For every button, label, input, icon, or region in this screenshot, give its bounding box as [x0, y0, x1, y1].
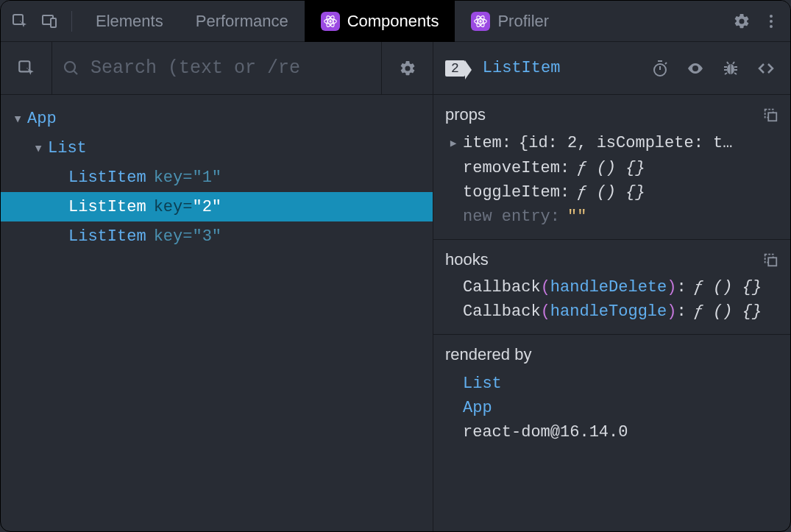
react-icon [471, 12, 490, 31]
svg-point-11 [770, 15, 773, 18]
chevron-down-icon: ▾ [32, 138, 45, 158]
hook-name: Callback [463, 302, 541, 321]
chevron-down-icon: ▾ [11, 109, 24, 129]
chevron-right-icon: ▸ [447, 133, 460, 153]
copy-icon[interactable] [762, 252, 778, 268]
device-toggle-icon[interactable] [35, 1, 64, 42]
key-label: key [154, 169, 183, 187]
key-value: "2" [192, 198, 221, 216]
prop-row-new-entry[interactable]: new entry: "" [433, 205, 790, 229]
tab-performance[interactable]: Performance [180, 1, 305, 42]
prop-key: removeItem [463, 159, 560, 177]
inspector-header: 2 ListItem [433, 42, 790, 95]
svg-rect-24 [768, 113, 776, 121]
divider [71, 11, 72, 32]
section-title: hooks [445, 250, 489, 269]
tab-label: Performance [196, 12, 288, 31]
tree-node-app[interactable]: ▾ App [1, 104, 433, 133]
component-name: App [27, 110, 57, 128]
tree-node-listitem[interactable]: ListItem key="2" [1, 192, 433, 221]
hook-value: ƒ () {} [694, 302, 762, 321]
tab-components[interactable]: Components [305, 1, 455, 42]
tree-node-listitem[interactable]: ListItem key="1" [1, 163, 433, 192]
rendered-by-runtime: react-dom@16.14.0 [463, 420, 778, 444]
prop-value: {id: 2, isComplete: t… [519, 134, 732, 152]
prop-row[interactable]: ▸ item: {id: 2, isComplete: t… [433, 130, 790, 156]
kebab-menu-icon[interactable] [756, 1, 786, 42]
component-name: ListItem [68, 169, 146, 187]
component-name: List [48, 139, 87, 157]
svg-rect-0 [13, 15, 23, 24]
rendered-by-link[interactable]: App [463, 396, 778, 420]
prop-key: item [463, 134, 502, 152]
key-value: "3" [192, 227, 221, 246]
prop-key: toggleItem [463, 183, 560, 202]
copy-icon[interactable] [762, 107, 778, 123]
tab-label: Components [347, 12, 439, 31]
svg-point-7 [480, 20, 482, 22]
svg-point-15 [65, 62, 75, 72]
react-icon [321, 12, 340, 31]
svg-rect-14 [19, 61, 29, 71]
source-icon[interactable] [753, 60, 778, 77]
tab-elements[interactable]: Elements [79, 1, 180, 42]
props-section: props ▸ item: {id: 2, isComplete: t… rem… [433, 95, 790, 240]
svg-line-16 [74, 71, 77, 74]
pick-component-icon[interactable] [1, 42, 52, 94]
svg-rect-2 [51, 18, 56, 27]
hook-arg: handleDelete [550, 278, 667, 297]
component-tree: ▾ App ▾ List ListItem key="1" ListItem k… [1, 95, 433, 251]
settings-icon[interactable] [727, 1, 756, 42]
devtools-tabstrip: Elements Performance Components [1, 1, 790, 42]
inspector-panel: 2 ListItem [433, 42, 790, 531]
prop-row[interactable]: removeItem: ƒ () {} [433, 156, 790, 180]
prop-row[interactable]: toggleItem: ƒ () {} [433, 180, 790, 205]
tab-label: Elements [96, 12, 163, 31]
hook-arg: handleToggle [550, 302, 667, 321]
tab-profiler[interactable]: Profiler [455, 1, 565, 42]
prop-value: ƒ () {} [577, 183, 645, 202]
svg-point-3 [329, 20, 331, 22]
tree-settings-icon[interactable] [381, 42, 433, 94]
depth-badge: 2 [445, 60, 465, 77]
svg-point-13 [770, 25, 773, 28]
bug-icon[interactable] [718, 60, 743, 77]
svg-rect-26 [768, 258, 776, 266]
search-icon [63, 60, 80, 77]
inspect-element-icon[interactable] [5, 1, 35, 42]
component-name: ListItem [68, 227, 146, 246]
tab-label: Profiler [497, 12, 549, 31]
prop-value: ƒ () {} [577, 159, 645, 177]
hook-name: Callback [463, 278, 541, 297]
hooks-section: hooks Callback(handleDelete): ƒ () {} Ca… [433, 240, 790, 335]
tree-toolbar [1, 42, 433, 95]
hook-row[interactable]: Callback(handleDelete): ƒ () {} [433, 275, 790, 299]
stopwatch-icon[interactable] [648, 60, 673, 77]
tree-node-listitem[interactable]: ListItem key="3" [1, 221, 433, 251]
eye-icon[interactable] [683, 60, 708, 77]
inspected-component-name: ListItem [483, 59, 561, 77]
svg-point-12 [770, 20, 773, 23]
key-label: key [154, 227, 183, 246]
tree-node-list[interactable]: ▾ List [1, 133, 433, 163]
rendered-by-link[interactable]: List [463, 372, 778, 396]
section-title: rendered by [445, 345, 531, 364]
prop-value: "" [567, 208, 586, 226]
hook-row[interactable]: Callback(handleToggle): ƒ () {} [433, 299, 790, 324]
key-label: key [154, 198, 183, 216]
search-input[interactable] [91, 57, 371, 79]
prop-key: new entry [463, 208, 550, 226]
section-title: props [445, 105, 486, 124]
component-name: ListItem [68, 198, 146, 216]
svg-line-20 [665, 63, 667, 64]
rendered-by-section: rendered by List App react-dom@16.14.0 [433, 335, 790, 455]
components-tree-panel: ▾ App ▾ List ListItem key="1" ListItem k… [1, 42, 433, 531]
hook-value: ƒ () {} [694, 278, 762, 297]
key-value: "1" [192, 169, 221, 187]
